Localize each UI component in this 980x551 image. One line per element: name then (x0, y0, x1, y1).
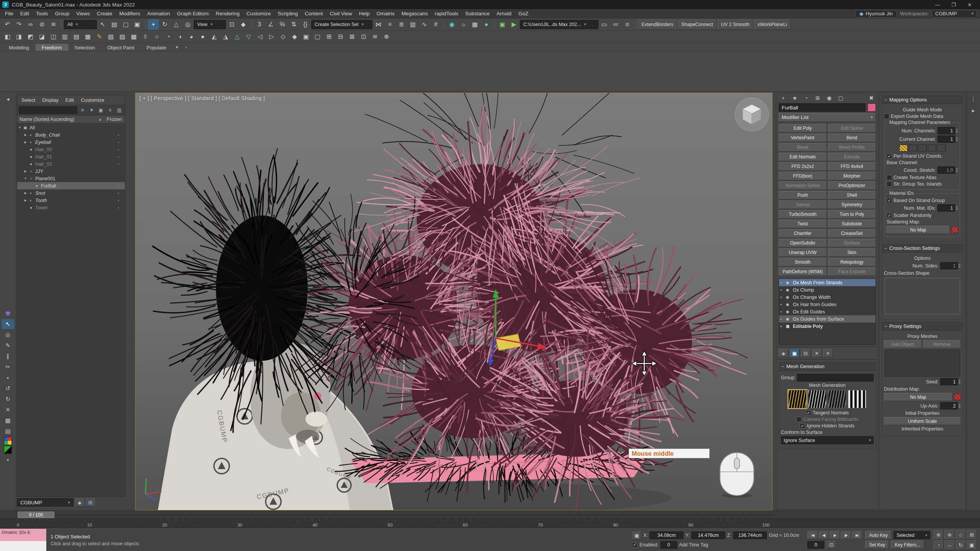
spline-tool-icon-3[interactable]: ◔ (163, 31, 174, 42)
maxscript-mini-listener[interactable]: Omatrix: [Ox E (0, 529, 47, 551)
explorer-menu-item[interactable]: Display (39, 97, 62, 103)
list-view-icon[interactable]: ≡ (106, 106, 114, 114)
y-coordinate-field[interactable]: 14.476cm (691, 531, 725, 539)
per-strand-uv-checkbox[interactable] (887, 153, 892, 159)
percent-snap-icon[interactable]: % (277, 19, 288, 30)
time-slider-handle[interactable]: 0 / 100 (18, 512, 54, 518)
ribbon-tab[interactable]: Freeform (36, 44, 68, 51)
zoom-extents-all-icon[interactable]: ⊞ (967, 530, 977, 540)
point-edit-icon[interactable]: • (2, 373, 14, 383)
based-on-strand-group-checkbox[interactable] (887, 198, 892, 203)
snap-toggle-icon[interactable]: 3 (254, 19, 265, 30)
channel-icon[interactable] (918, 145, 927, 152)
key-filters-button[interactable]: Key Filters... (891, 541, 924, 549)
modifier-button[interactable]: FFD 2x2x2 (779, 162, 827, 171)
modifier-button[interactable]: Surface (828, 239, 876, 247)
expand-arrow-icon[interactable]: ▸ (781, 288, 784, 292)
mesh-tool-icon-1[interactable]: ◭ (209, 31, 220, 42)
listener-macro-line[interactable]: Omatrix: [Ox E (0, 529, 46, 541)
poly-tool-icon-8[interactable]: ▦ (82, 31, 93, 42)
menu-item[interactable]: Arnold (493, 9, 515, 18)
select-link-icon[interactable]: ∞ (25, 19, 36, 30)
align-icon[interactable]: ≡ (384, 19, 395, 30)
proxy-meshes-list[interactable] (885, 350, 960, 377)
poly-tool-icon-1[interactable]: ◧ (2, 31, 13, 42)
seed-spinner[interactable]: 1▲▼ (940, 378, 961, 385)
meshgen-preset-thumbnail[interactable] (788, 390, 807, 408)
isolate-toggle-icon[interactable]: ◈ (75, 498, 84, 507)
modifier-button[interactable]: Edit Spline (828, 124, 876, 132)
ribbon-config-icon[interactable]: ▾ (173, 43, 181, 51)
pin-stack-icon[interactable]: ◈ (779, 349, 788, 357)
poly-tool-icon-3[interactable]: ◩ (25, 31, 36, 42)
modifier-button[interactable]: OpenSubdiv (779, 239, 827, 247)
fg-bg-swatch[interactable] (4, 446, 12, 454)
poly-tool-icon-11[interactable]: ▩ (128, 31, 139, 42)
expand-arrow-icon[interactable]: ▶ (23, 133, 28, 137)
select-by-name-icon[interactable]: ▤ (109, 19, 120, 30)
comb-brush-icon[interactable]: ∥ (2, 351, 14, 361)
use-pivot-center-icon[interactable]: ⊡ (226, 19, 237, 30)
frozen-marker[interactable]: ▪ (112, 133, 125, 137)
channel-icon[interactable] (928, 145, 936, 152)
name-column-header[interactable]: Name (Sorted Ascending) (17, 117, 97, 122)
display-tab-icon[interactable]: ▢ (836, 94, 846, 103)
bind-spacewarp-icon[interactable]: ≋ (48, 19, 59, 30)
channel-icon[interactable] (899, 145, 908, 152)
ribbon-tab[interactable]: Object Paint (101, 44, 140, 51)
mesh-tool-icon-3[interactable]: ◁ (255, 31, 266, 42)
explorer-row[interactable]: ● Towel ▪ (17, 204, 125, 211)
spline-tool-icon-4[interactable]: ◑ (174, 31, 185, 42)
current-frame-field[interactable]: 0 (807, 541, 824, 549)
modify-tab-icon[interactable]: ◔ (801, 94, 811, 103)
play-icon[interactable]: ▶ (830, 531, 840, 539)
perspective-viewport[interactable]: CGBUMP CGBUMP CGBUMP (135, 93, 773, 510)
listener-macro-dropdown[interactable]: CGBUMP (17, 498, 74, 507)
lock-selection-icon[interactable]: ▣ (632, 531, 641, 540)
utilities-tab-icon[interactable]: ✖ (866, 94, 876, 103)
viewcube[interactable] (733, 96, 770, 134)
script-tool-icon[interactable]: ▣ (497, 19, 508, 30)
cells-palette-icon[interactable]: ▤ (2, 426, 14, 436)
cut-strands-icon[interactable]: ✂ (2, 362, 14, 372)
orbit-icon[interactable]: ↻ (956, 540, 966, 550)
guide-pen-icon[interactable]: ✎ (2, 341, 14, 350)
modifier-button[interactable]: Symmetry (828, 201, 876, 209)
expand-arrow-icon[interactable]: ▼ (17, 126, 22, 129)
modifier-button[interactable]: Shell (828, 191, 876, 199)
visibility-eye-icon[interactable]: ◉ (786, 310, 791, 314)
timeline[interactable]: 0 / 100 (0, 510, 980, 518)
scatter-randomly-checkbox[interactable] (887, 213, 892, 218)
modifier-stack-row[interactable]: ▸ ◉ Ox Change Width (779, 293, 875, 301)
close-button[interactable]: ✕ (962, 0, 978, 9)
explorer-row[interactable]: ▶ ◐ Eyeball ▪ (17, 139, 125, 146)
named-selection-dropdown[interactable]: Create Selection Set (311, 20, 372, 29)
select-object-icon[interactable]: ↖ (97, 19, 108, 30)
layer-manager-icon[interactable]: ≣ (396, 19, 407, 30)
expand-arrow-icon[interactable]: ▸ (781, 295, 784, 299)
next-frame-icon[interactable]: |▶ (841, 531, 851, 539)
frozen-marker[interactable]: ▪ (112, 162, 125, 166)
frozen-marker[interactable]: ▪ (112, 148, 125, 152)
modifier-button[interactable]: PathDeform (WSM) (779, 267, 827, 276)
poly-tool-icon-9[interactable]: ▧ (105, 31, 116, 42)
visibility-eye-icon[interactable]: ◉ (786, 317, 791, 321)
meshgen-preset-thumbnail[interactable] (828, 390, 846, 408)
ribbon-tab[interactable]: Populate (141, 44, 172, 51)
menu-item[interactable]: Content (301, 9, 326, 18)
object-name-field[interactable]: FurBall (779, 103, 866, 112)
menu-item[interactable]: File (2, 9, 17, 18)
modifier-button[interactable]: Retopology (828, 258, 876, 266)
zoom-all-icon[interactable]: ⊛ (944, 530, 955, 540)
grid-tool-icon-1[interactable]: ⊞ (323, 31, 335, 42)
modifier-button[interactable]: Smooth (779, 258, 827, 266)
minimize-button[interactable]: — (929, 0, 946, 9)
select-scale-icon[interactable]: △ (171, 19, 182, 30)
render-setup-icon[interactable]: ☼ (458, 19, 469, 30)
remove-button[interactable]: Remove (923, 340, 961, 348)
num-channels-spinner[interactable]: 1▲▼ (938, 127, 958, 134)
spline-tool-icon-2[interactable]: ○ (151, 31, 162, 42)
window-crossing-icon[interactable]: ▣ (132, 19, 143, 30)
modifier-button[interactable]: FFD 4x4x4 (828, 162, 876, 171)
macro-text-button[interactable]: UV 2 Smooth (717, 20, 753, 29)
